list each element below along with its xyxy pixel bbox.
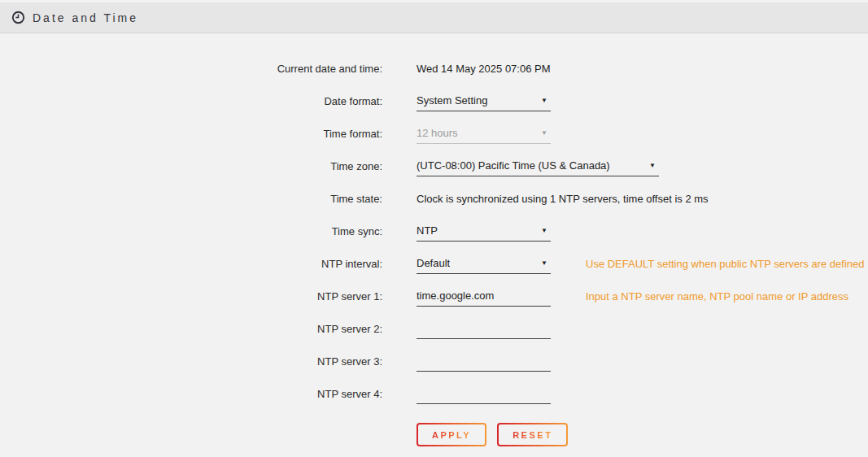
date-format-label: Date format: [0, 95, 382, 107]
ntp-server-1-hint: Input a NTP server name, NTP pool name o… [586, 290, 848, 302]
time-state-label: Time state: [0, 193, 382, 205]
reset-button-label: RESET [513, 430, 552, 440]
ntp-server-1-input[interactable] [417, 285, 551, 307]
row-time-sync: Time sync: NTP ▼ [0, 215, 868, 247]
ntp-server-3-input[interactable] [417, 350, 551, 372]
ntp-server-4-label: NTP server 4: [0, 388, 382, 400]
row-time-format: Time format: 12 hours ▼ [0, 117, 868, 150]
row-ntp-interval: NTP interval: Default ▼ Use DEFAULT sett… [0, 247, 868, 280]
time-sync-label: Time sync: [0, 225, 382, 237]
time-sync-select[interactable]: NTP ▼ [417, 220, 551, 242]
ntp-interval-hint: Use DEFAULT setting when public NTP serv… [586, 258, 865, 270]
apply-button[interactable]: APPLY [417, 423, 486, 446]
time-format-select: 12 hours ▼ [417, 123, 551, 144]
ntp-interval-value: Default [417, 257, 450, 269]
row-ntp-server-4: NTP server 4: [0, 377, 868, 410]
chevron-down-icon: ▼ [541, 97, 551, 104]
clock-icon [11, 11, 25, 24]
row-time-zone: Time zone: (UTC-08:00) Pacific Time (US … [0, 150, 868, 182]
time-sync-value: NTP [417, 224, 438, 237]
chevron-down-icon: ▼ [541, 129, 551, 137]
row-current-datetime: Current date and time: Wed 14 May 2025 0… [0, 52, 868, 85]
time-format-label: Time format: [0, 128, 382, 140]
row-date-format: Date format: System Setting ▼ [0, 85, 868, 117]
reset-button[interactable]: RESET [497, 423, 568, 446]
ntp-server-3-label: NTP server 3: [0, 355, 382, 368]
button-row: APPLY RESET [417, 423, 868, 446]
ntp-interval-label: NTP interval: [0, 258, 382, 270]
ntp-server-2-label: NTP server 2: [0, 323, 382, 335]
time-state-value: Clock is synchronized using 1 NTP server… [417, 193, 709, 205]
date-time-form: Current date and time: Wed 14 May 2025 0… [0, 33, 868, 446]
date-format-select[interactable]: System Setting ▼ [417, 90, 551, 111]
chevron-down-icon: ▼ [541, 259, 551, 267]
ntp-server-1-label: NTP server 1: [0, 290, 382, 302]
ntp-server-2-input[interactable] [417, 318, 551, 339]
chevron-down-icon: ▼ [541, 227, 551, 234]
ntp-interval-select[interactable]: Default ▼ [417, 253, 551, 274]
chevron-down-icon: ▼ [649, 162, 659, 169]
time-zone-label: Time zone: [0, 160, 382, 172]
row-ntp-server-1: NTP server 1: Input a NTP server name, N… [0, 280, 868, 312]
time-zone-value: (UTC-08:00) Pacific Time (US & Canada) [417, 159, 610, 172]
current-datetime-label: Current date and time: [0, 63, 382, 75]
ntp-server-4-input[interactable] [417, 383, 551, 404]
row-ntp-server-3: NTP server 3: [0, 345, 868, 377]
time-format-value: 12 hours [417, 127, 458, 139]
current-datetime-value: Wed 14 May 2025 07:06 PM [417, 63, 551, 75]
row-ntp-server-2: NTP server 2: [0, 312, 868, 345]
panel-header: Date and Time [0, 2, 868, 33]
date-format-value: System Setting [417, 94, 487, 107]
time-zone-select[interactable]: (UTC-08:00) Pacific Time (US & Canada) ▼ [417, 155, 659, 176]
page-title: Date and Time [33, 11, 138, 24]
row-time-state: Time state: Clock is synchronized using … [0, 182, 868, 215]
apply-button-label: APPLY [432, 430, 471, 440]
